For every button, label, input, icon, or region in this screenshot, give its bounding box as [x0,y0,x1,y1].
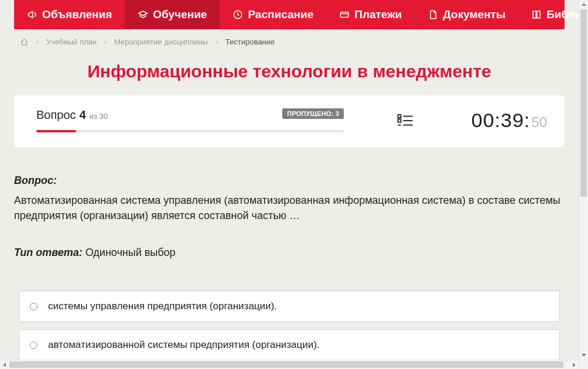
content-wrap: Объявления Обучение Расписание [14,0,565,360]
vertical-scrollbar[interactable] [579,0,588,360]
timer-main: 00:39: [471,109,531,132]
svg-rect-2 [398,115,401,118]
question-of: из 30 [90,112,108,121]
question-word: Вопрос [36,108,76,122]
education-icon [138,9,148,20]
timer-tail: 50 [531,114,547,131]
breadcrumb-study-plan[interactable]: Учебный план [46,37,97,46]
progress-bar [36,130,344,132]
question-number: 4 [80,108,86,122]
horizontal-scrollbar[interactable] [0,360,579,369]
nav-library[interactable]: Библиотека [518,0,579,29]
scroll-up-arrow[interactable] [579,0,588,9]
option-text: системы управления предприятия (организа… [48,300,277,312]
top-nav: Объявления Обучение Расписание [14,0,565,29]
option-text: автоматизированной системы предприятия (… [48,339,320,351]
nav-schedule[interactable]: Расписание [220,0,326,29]
question-body: Вопрос: Автоматизированная система управ… [14,148,565,360]
nav-label: Расписание [248,8,313,21]
progress-fill [36,130,76,132]
svg-rect-1 [340,12,348,18]
megaphone-icon [27,9,37,20]
card-icon [339,9,350,20]
status-card: Вопрос 4 из 30 ПРОПУЩЕНО: 3 [14,95,565,148]
nav-label: Объявления [42,8,112,21]
scroll-left-arrow[interactable] [0,360,9,369]
nav-announcements[interactable]: Объявления [14,0,125,29]
breadcrumb-sep [35,39,40,45]
question-progress-block: Вопрос 4 из 30 ПРОПУЩЕНО: 3 [36,108,344,132]
breadcrumb-sep [214,39,220,45]
clock-icon [233,9,243,20]
breadcrumb: Учебный план Мероприятие дисциплины Тест… [14,29,565,53]
doc-icon [428,9,438,20]
scrollbar-thumb[interactable] [580,9,587,197]
scroll-right-arrow[interactable] [569,360,579,369]
scrollbar-thumb[interactable] [9,361,563,368]
nav-documents[interactable]: Документы [415,0,518,29]
nav-label: Документы [443,8,505,21]
nav-payments[interactable]: Платежи [326,0,415,29]
nav-label: Обучение [153,8,207,21]
home-icon[interactable] [20,38,29,46]
svg-rect-4 [398,119,401,122]
answer-options: системы управления предприятия (организа… [14,291,565,360]
breadcrumb-event[interactable]: Мероприятие дисциплины [114,37,208,46]
nav-label: Платежи [354,8,402,21]
app-viewport: Объявления Обучение Расписание [0,0,588,369]
answer-type-value: Одиночный выбор [86,247,176,258]
skipped-badge: ПРОПУЩЕНО: 3 [282,108,344,119]
nav-label: Библиотека [546,8,579,21]
question-heading: Вопрос: [14,175,565,187]
radio-icon [30,341,37,349]
question-text: Автоматизированная система управления (а… [14,193,565,223]
scrollbar-track[interactable] [579,9,588,350]
scroll-region: Объявления Обучение Расписание [0,0,579,360]
scrollbar-track[interactable] [9,360,569,369]
timer: 00:39:50 [471,109,547,132]
scrollbar-corner [579,360,588,369]
question-list-toggle[interactable] [396,112,414,129]
scroll-down-arrow[interactable] [579,350,588,360]
answer-type-label: Тип ответа: [14,247,83,258]
breadcrumb-current: Тестирование [225,37,275,46]
answer-option[interactable]: системы управления предприятия (организа… [19,291,560,322]
nav-education[interactable]: Обучение [125,0,220,29]
answer-type-line: Тип ответа: Одиночный выбор [14,247,565,259]
breadcrumb-sep [102,39,108,45]
page-title: Информационные технологии в менеджменте [14,53,565,95]
radio-icon [30,303,37,310]
book-icon [531,9,542,20]
answer-option[interactable]: автоматизированной системы предприятия (… [19,329,560,360]
